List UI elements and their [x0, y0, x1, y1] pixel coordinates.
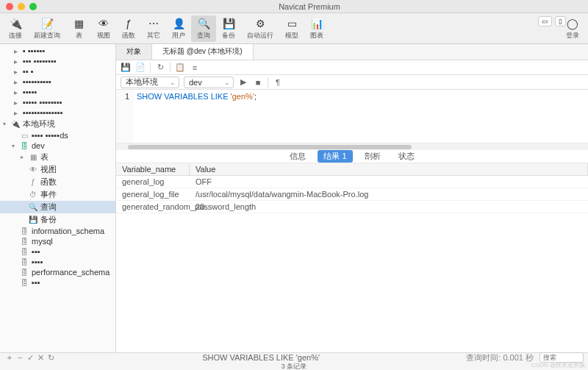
result-tab[interactable]: 结果 1: [318, 150, 352, 163]
format-icon[interactable]: ¶: [273, 77, 283, 88]
result-tabs: 信息结果 1剖析状态: [116, 150, 588, 163]
视图-icon: 👁: [97, 17, 110, 30]
模型-icon: ▭: [285, 17, 298, 30]
col-header-value[interactable]: Value: [190, 163, 588, 175]
main-split: ▸▪ ▪▪▪▪▪▪▸▪▪▪ ▪▪▪▪▪▪▪▪▸▪▪ ▪▸▪▪▪▪▪▪▪▪▪▪▸▪…: [0, 44, 588, 352]
toolbar-模型[interactable]: ▭模型: [279, 15, 304, 42]
minimize-window-button[interactable]: [18, 3, 25, 10]
footer-count: 3 条记录: [0, 362, 588, 370]
add-row-button[interactable]: +: [4, 353, 15, 362]
col-header-variable-name[interactable]: Variable_name: [116, 163, 190, 175]
toolbar-用户[interactable]: 👤用户: [166, 15, 191, 42]
toolbar-新建查询[interactable]: 📝新建查询: [28, 15, 66, 42]
sql-editor[interactable]: 1 SHOW VARIABLES LIKE 'gen%';: [116, 90, 588, 143]
tree-item[interactable]: 🔍查询: [0, 201, 115, 213]
result-tab[interactable]: 剖析: [359, 150, 387, 163]
toolbar-图表[interactable]: 📊图表: [304, 15, 329, 42]
tree-item[interactable]: ▸▪▪ ▪: [0, 66, 115, 77]
stop-icon[interactable]: ■: [253, 77, 263, 88]
tree-item[interactable]: ▸▪▪▪ ▪▪▪▪▪▪▪▪: [0, 56, 115, 66]
tree-item[interactable]: 🗄▪▪▪: [0, 277, 115, 288]
watermark: CSDN @技术老男孩: [531, 361, 585, 369]
close-window-button[interactable]: [6, 3, 13, 10]
main-toolbar: 🔌连接📝新建查询▦表👁视图ƒ函数⋯其它👤用户🔍查询💾备份⚙自动运行▭模型📊图表 …: [0, 13, 588, 44]
新建查询-icon: 📝: [40, 17, 54, 30]
tree-item[interactable]: ▸▦表: [0, 151, 115, 163]
content-area: 对象无标题 @dev (本地环境) 💾 📄 ↻ 📋 ≡ 本地环境 dev ▶ ■…: [116, 44, 588, 352]
查询-icon: 🔍: [197, 17, 210, 30]
tree-item[interactable]: ▸▪▪▪▪▪ ▪▪▪▪▪▪▪▪: [0, 97, 115, 107]
tree-item[interactable]: ▸▪▪▪▪▪▪▪▪▪▪▪▪▪▪: [0, 107, 115, 118]
sidebar: ▸▪ ▪▪▪▪▪▪▸▪▪▪ ▪▪▪▪▪▪▪▪▸▪▪ ▪▸▪▪▪▪▪▪▪▪▪▪▸▪…: [0, 44, 116, 352]
user-icon: ◯: [566, 17, 579, 30]
refresh-button[interactable]: ↻: [46, 353, 56, 363]
图表-icon: 📊: [310, 17, 323, 30]
zoom-window-button[interactable]: [29, 3, 37, 10]
tree-item[interactable]: 🗄performance_schema: [0, 267, 115, 277]
tree-item[interactable]: 🗄information_schema: [0, 226, 115, 236]
cancel-button[interactable]: ✕: [35, 353, 46, 363]
tree-item[interactable]: ▾🗄dev: [0, 140, 115, 151]
toolbar-函数[interactable]: ƒ函数: [116, 15, 141, 42]
tab[interactable]: 无标题 @dev (本地环境): [152, 44, 254, 60]
表-icon: ▦: [72, 17, 85, 30]
tree-item[interactable]: ▸▪▪▪▪▪: [0, 87, 115, 97]
toolbar-视图[interactable]: 👁视图: [91, 15, 116, 42]
grid-header: Variable_name Value: [116, 163, 588, 176]
editor-toolbar: 💾 📄 ↻ 📋 ≡: [116, 60, 588, 75]
tree-item[interactable]: 🗄mysql: [0, 236, 115, 246]
connection-bar: 本地环境 dev ▶ ■ ¶: [116, 75, 588, 90]
explain-icon[interactable]: ≡: [190, 63, 200, 73]
tree-item[interactable]: ƒ函数: [0, 176, 115, 188]
toolbar-连接[interactable]: 🔌连接: [3, 15, 28, 42]
自动运行-icon: ⚙: [254, 17, 267, 30]
editor-scrollbar[interactable]: [116, 143, 588, 150]
status-bar: + − ✓ ✕ ↻ SHOW VARIABLES LIKE 'gen%' 查询时…: [0, 352, 588, 370]
db-dropdown[interactable]: dev: [184, 77, 234, 88]
save-as-icon[interactable]: 📄: [135, 63, 146, 73]
用户-icon: 👤: [172, 17, 185, 30]
toolbar-备份[interactable]: 💾备份: [216, 15, 241, 42]
table-row[interactable]: general_logOFF: [116, 176, 588, 188]
tree-item[interactable]: ▾🔌本地环境: [0, 118, 115, 130]
env-dropdown[interactable]: 本地环境: [121, 77, 179, 88]
tree-item[interactable]: ⏱事件: [0, 188, 115, 201]
table-row[interactable]: general_log_file/usr/local/mysql/data/wa…: [116, 188, 588, 201]
toolbar-自动运行[interactable]: ⚙自动运行: [241, 15, 279, 42]
result-tab[interactable]: 信息: [284, 150, 312, 163]
result-grid: Variable_name Value general_logOFFgenera…: [116, 163, 588, 352]
连接-icon: 🔌: [9, 17, 22, 30]
函数-icon: ƒ: [122, 17, 135, 30]
其它-icon: ⋯: [147, 17, 160, 30]
delete-row-button[interactable]: −: [15, 353, 25, 362]
result-tab[interactable]: 状态: [392, 150, 420, 163]
titlebar: Navicat Premium: [0, 0, 588, 13]
tree-item[interactable]: 🗄▪▪▪▪: [0, 257, 115, 267]
content-tabs: 对象无标题 @dev (本地环境): [116, 44, 588, 60]
footer-sql: SHOW VARIABLES LIKE 'gen%': [56, 353, 466, 362]
window-title: Navicat Premium: [37, 2, 582, 11]
备份-icon: 💾: [222, 17, 235, 30]
gutter: 1: [116, 90, 134, 143]
run-icon[interactable]: ▶: [238, 77, 248, 88]
reload-icon[interactable]: ↻: [155, 63, 165, 73]
table-row[interactable]: generated_random_password_length20: [116, 201, 588, 213]
tab[interactable]: 对象: [116, 44, 152, 60]
tree-item[interactable]: ▸▪▪▪▪▪▪▪▪▪▪: [0, 77, 115, 87]
toolbar-其它[interactable]: ⋯其它: [141, 15, 166, 42]
tree-item[interactable]: 🗄▪▪▪: [0, 246, 115, 257]
view-toggle-2[interactable]: ▯: [555, 16, 566, 26]
apply-button[interactable]: ✓: [25, 353, 35, 363]
tree-item[interactable]: ▸▪ ▪▪▪▪▪▪: [0, 46, 115, 56]
toolbar-表[interactable]: ▦表: [66, 15, 91, 42]
tree-item[interactable]: 👁视图: [0, 163, 115, 176]
code-area[interactable]: SHOW VARIABLES LIKE 'gen%';: [134, 90, 259, 143]
copy-icon[interactable]: 📋: [175, 63, 185, 73]
toolbar-查询[interactable]: 🔍查询: [191, 15, 216, 42]
tree-item[interactable]: ▭▪▪▪▪ ▪▪▪▪▪ds: [0, 130, 115, 140]
save-icon[interactable]: 💾: [121, 63, 131, 73]
window-controls: [6, 3, 37, 10]
view-toggle-1[interactable]: ▭: [538, 16, 552, 26]
tree-item[interactable]: 💾备份: [0, 213, 115, 226]
